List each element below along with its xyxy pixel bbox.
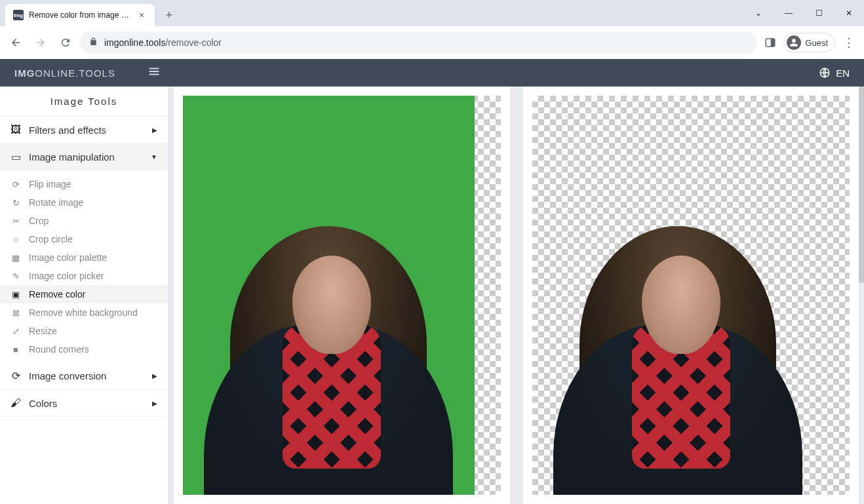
app-header: IMGONLINE.TOOLS EN bbox=[0, 59, 864, 87]
sidebar-category-conversion[interactable]: ⟳ Image conversion ▶ bbox=[0, 362, 168, 390]
sidebar-item-rotate[interactable]: ↻Rotate image bbox=[0, 193, 168, 212]
address-bar[interactable]: imgonline.tools/remove-color bbox=[80, 31, 757, 54]
photo-subject bbox=[197, 154, 460, 495]
back-button[interactable] bbox=[5, 32, 26, 53]
photo-subject-out bbox=[547, 154, 809, 495]
crop-icon: ✂ bbox=[10, 216, 21, 226]
side-panel-button[interactable] bbox=[761, 33, 779, 52]
sidebar-category-filters[interactable]: 🖼 Filters and effects ▶ bbox=[0, 117, 168, 144]
avatar-icon bbox=[787, 35, 801, 50]
url-text: imgonline.tools/remove-color bbox=[104, 37, 222, 48]
profile-chip[interactable]: Guest bbox=[783, 33, 835, 52]
hamburger-icon bbox=[148, 66, 160, 77]
chevron-down-icon: ▼ bbox=[151, 153, 157, 161]
chevron-right-icon: ▶ bbox=[152, 372, 157, 379]
square-x-icon: ▣ bbox=[10, 290, 21, 300]
input-image-panel bbox=[174, 87, 510, 504]
tab-strip: Img Remove color from image - onlin × + … bbox=[0, 0, 864, 26]
favicon: Img bbox=[13, 10, 24, 20]
sidebar-item-picker[interactable]: ✎Image color picker bbox=[0, 267, 168, 285]
brush-icon: 🖌 bbox=[10, 397, 21, 409]
output-image[interactable] bbox=[532, 96, 850, 495]
lock-icon bbox=[89, 37, 98, 48]
new-tab-button[interactable]: + bbox=[160, 6, 178, 24]
screen-icon: ▭ bbox=[10, 151, 21, 163]
tab-title: Remove color from image - onlin bbox=[29, 10, 131, 20]
panel-icon bbox=[764, 37, 776, 48]
svg-rect-1 bbox=[771, 39, 775, 47]
input-image[interactable] bbox=[183, 96, 501, 495]
page-scrollbar[interactable] bbox=[859, 87, 864, 283]
language-selector[interactable]: EN bbox=[819, 67, 850, 79]
brand-logo[interactable]: IMGONLINE.TOOLS bbox=[14, 68, 115, 79]
chevron-right-icon: ▶ bbox=[152, 126, 157, 134]
sidebar-category-manipulation[interactable]: ▭ Image manipulation ▼ bbox=[0, 144, 168, 171]
minimize-button[interactable]: — bbox=[774, 3, 804, 24]
square-x-icon: ⊠ bbox=[10, 308, 21, 318]
tab-close-icon[interactable]: × bbox=[136, 10, 147, 20]
sidebar-item-crop-circle[interactable]: ○Crop circle bbox=[0, 230, 168, 248]
refresh-icon: ⟳ bbox=[10, 180, 21, 189]
eyedropper-icon: ✎ bbox=[10, 271, 21, 281]
reload-icon bbox=[60, 37, 71, 48]
chevron-down-icon[interactable]: ⌄ bbox=[743, 3, 774, 24]
sidebar-item-resize[interactable]: ⤢Resize bbox=[0, 322, 168, 340]
resize-icon: ⤢ bbox=[10, 326, 21, 336]
sidebar-item-round[interactable]: ■Round corners bbox=[0, 340, 168, 359]
arrow-left-icon bbox=[10, 37, 22, 48]
app-body: Image Tools 🖼 Filters and effects ▶ ▭ Im… bbox=[0, 87, 864, 504]
sidebar: Image Tools 🖼 Filters and effects ▶ ▭ Im… bbox=[0, 87, 168, 504]
reload-button[interactable] bbox=[55, 32, 76, 53]
window-controls: ⌄ — ☐ ✕ bbox=[743, 0, 864, 26]
rotate-icon: ↻ bbox=[10, 198, 21, 208]
menu-toggle[interactable] bbox=[148, 66, 160, 80]
globe-icon bbox=[819, 67, 831, 79]
language-label: EN bbox=[836, 68, 850, 79]
image-icon: 🖼 bbox=[10, 124, 21, 136]
sidebar-item-palette[interactable]: ▦Image color palette bbox=[0, 248, 168, 267]
forward-button[interactable] bbox=[30, 32, 51, 53]
browser-tab[interactable]: Img Remove color from image - onlin × bbox=[5, 4, 155, 26]
sidebar-category-colors[interactable]: 🖌 Colors ▶ bbox=[0, 390, 168, 417]
close-window-button[interactable]: ✕ bbox=[834, 3, 864, 24]
square-icon: ■ bbox=[10, 345, 21, 355]
maximize-button[interactable]: ☐ bbox=[804, 3, 834, 24]
toolbar: imgonline.tools/remove-color Guest ⋮ bbox=[0, 26, 864, 59]
sidebar-title: Image Tools bbox=[0, 87, 168, 117]
sidebar-item-remove-color[interactable]: ▣Remove color bbox=[0, 285, 168, 303]
sidebar-item-flip[interactable]: ⟳Flip image bbox=[0, 175, 168, 193]
circle-icon: ○ bbox=[10, 235, 21, 244]
palette-icon: ▦ bbox=[10, 253, 21, 263]
sidebar-item-remove-white[interactable]: ⊠Remove white background bbox=[0, 303, 168, 322]
browser-menu-button[interactable]: ⋮ bbox=[839, 35, 859, 50]
profile-label: Guest bbox=[805, 38, 828, 48]
main-content bbox=[168, 87, 864, 504]
sidebar-item-crop[interactable]: ✂Crop bbox=[0, 212, 168, 230]
output-image-panel bbox=[523, 87, 859, 504]
refresh-icon: ⟳ bbox=[10, 370, 21, 382]
browser-chrome: Img Remove color from image - onlin × + … bbox=[0, 0, 864, 59]
chevron-right-icon: ▶ bbox=[152, 400, 157, 407]
arrow-right-icon bbox=[35, 37, 47, 48]
manipulation-items: ⟳Flip image ↻Rotate image ✂Crop ○Crop ci… bbox=[0, 171, 168, 362]
